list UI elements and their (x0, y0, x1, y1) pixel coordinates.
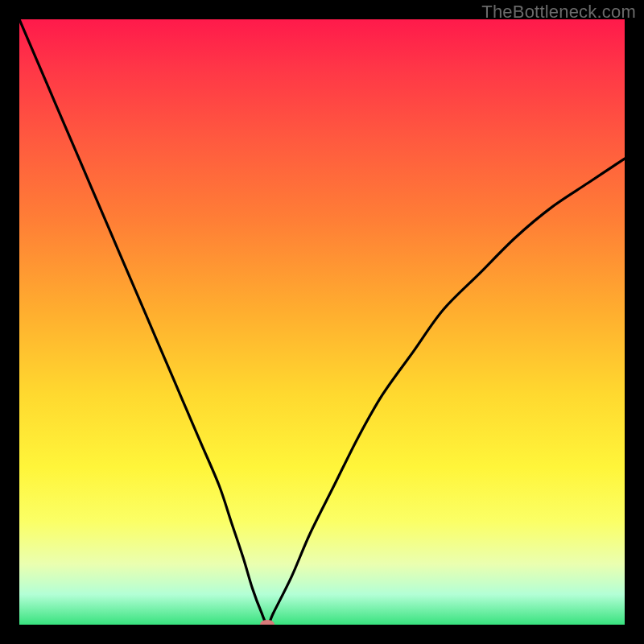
plot-area (19, 19, 625, 625)
optimum-marker (260, 620, 275, 625)
chart-frame: TheBottleneck.com (0, 0, 644, 644)
bottleneck-curve (19, 19, 625, 625)
